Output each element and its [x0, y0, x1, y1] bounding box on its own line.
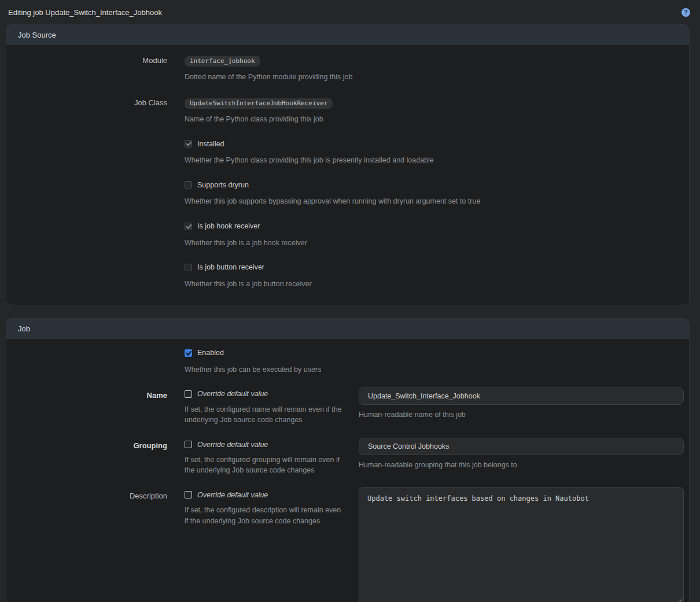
- installed-help-text: Whether the Python class providing this …: [185, 155, 683, 165]
- supports-dryrun-checkbox-label: Supports dryrun: [197, 181, 249, 189]
- grouping-override-label: Override default value: [197, 441, 268, 449]
- name-override-checkbox[interactable]: [185, 390, 192, 398]
- description-override-label: Override default value: [197, 491, 268, 499]
- name-help-text: Human-readable name of this job: [359, 409, 684, 420]
- enabled-checkbox[interactable]: [185, 349, 192, 357]
- name-override-label: Override default value: [197, 390, 268, 398]
- description-label: Description: [6, 490, 185, 602]
- description-override-help-text: If set, the configured description will …: [185, 505, 342, 526]
- is-job-hook-receiver-checkbox: [185, 223, 192, 230]
- description-row: Description Override default value If se…: [6, 490, 689, 602]
- name-input[interactable]: [359, 387, 684, 405]
- help-icon[interactable]: ?: [681, 8, 690, 17]
- is-job-hook-receiver-checkbox-group: Is job hook receiver: [185, 222, 260, 230]
- supports-dryrun-checkbox: [185, 181, 192, 189]
- job-class-row: Job Class UpdateSwitchInterfaceJobHookRe…: [6, 97, 689, 124]
- is-job-button-receiver-help-text: Whether this job is a job button receive…: [185, 279, 683, 289]
- name-label: Name: [6, 390, 185, 425]
- job-class-value-badge: UpdateSwitchInterfaceJobHookReceiver: [185, 98, 333, 109]
- grouping-override-help-text: If set, the configured grouping will rem…: [185, 455, 342, 475]
- is-job-button-receiver-row: Is job button receiver Whether this job …: [6, 263, 689, 289]
- job-panel: Job Enabled Whether this job can be exec…: [6, 318, 690, 602]
- is-job-hook-receiver-checkbox-label: Is job hook receiver: [197, 222, 260, 230]
- supports-dryrun-help-text: Whether this job supports bypassing appr…: [185, 196, 683, 206]
- installed-row: Installed Whether the Python class provi…: [6, 139, 689, 165]
- is-job-button-receiver-checkbox-group: Is job button receiver: [185, 263, 264, 271]
- top-bar: Editing job Update_Switch_Interface_Jobh…: [0, 0, 700, 24]
- grouping-row: Grouping Override default value If set, …: [6, 440, 689, 475]
- job-source-panel-body: Module interface_jobhook Dotted name of …: [6, 45, 689, 305]
- description-override-checkbox[interactable]: [185, 491, 192, 498]
- enabled-help-text: Whether this job can be executed by user…: [185, 364, 683, 375]
- module-value-badge: interface_jobhook: [185, 56, 260, 67]
- supports-dryrun-checkbox-group: Supports dryrun: [185, 181, 249, 189]
- page-title: Editing job Update_Switch_Interface_Jobh…: [8, 8, 162, 17]
- is-job-button-receiver-checkbox: [185, 264, 192, 271]
- name-override-checkbox-group[interactable]: Override default value: [185, 390, 268, 398]
- enabled-checkbox-label: Enabled: [197, 349, 224, 357]
- job-source-panel-header: Job Source: [6, 25, 689, 45]
- module-label: Module: [6, 55, 185, 82]
- name-row: Name Override default value If set, the …: [6, 390, 689, 425]
- job-class-help-text: Name of the Python class providing this …: [185, 114, 683, 124]
- is-job-hook-receiver-row: Is job hook receiver Whether this job is…: [6, 222, 689, 248]
- grouping-help-text: Human-readable grouping that this job be…: [359, 460, 684, 470]
- module-row: Module interface_jobhook Dotted name of …: [6, 55, 689, 82]
- installed-checkbox-label: Installed: [197, 140, 224, 148]
- is-job-button-receiver-checkbox-label: Is job button receiver: [197, 263, 264, 271]
- job-panel-body: Enabled Whether this job can be executed…: [6, 339, 689, 602]
- job-panel-header: Job: [6, 319, 689, 339]
- installed-checkbox: [185, 140, 192, 147]
- grouping-override-checkbox[interactable]: [185, 441, 192, 448]
- grouping-input[interactable]: [359, 438, 684, 455]
- name-override-help-text: If set, the configured name will remain …: [185, 404, 342, 425]
- grouping-label: Grouping: [6, 440, 185, 475]
- grouping-override-checkbox-group[interactable]: Override default value: [185, 441, 268, 449]
- module-help-text: Dotted name of the Python module providi…: [185, 72, 683, 82]
- installed-checkbox-group: Installed: [185, 140, 224, 148]
- enabled-checkbox-group[interactable]: Enabled: [185, 349, 224, 357]
- job-class-label: Job Class: [6, 97, 185, 124]
- supports-dryrun-row: Supports dryrun Whether this job support…: [6, 180, 689, 206]
- enabled-row: Enabled Whether this job can be executed…: [6, 349, 689, 375]
- description-override-checkbox-group[interactable]: Override default value: [185, 491, 268, 499]
- description-textarea[interactable]: Update switch interfaces based on change…: [359, 487, 684, 602]
- job-source-panel: Job Source Module interface_jobhook Dott…: [6, 24, 690, 305]
- is-job-hook-receiver-help-text: Whether this job is a job hook receiver: [185, 238, 683, 248]
